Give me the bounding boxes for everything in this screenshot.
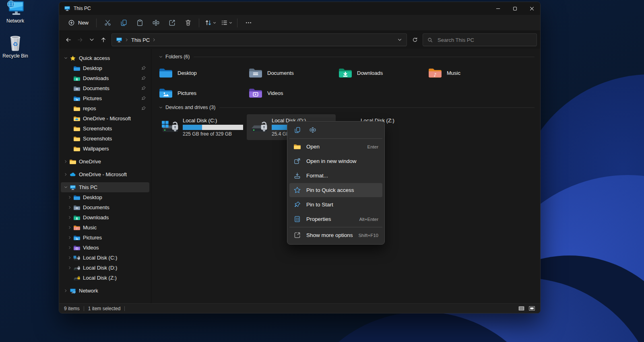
menu-item-format[interactable]: Format... xyxy=(289,169,382,183)
menu-item-open[interactable]: OpenEnter xyxy=(289,140,382,154)
chevron-right-icon[interactable] xyxy=(66,215,73,220)
delete-button[interactable] xyxy=(180,16,196,30)
rename-button[interactable] xyxy=(307,124,319,135)
sidebar-item-wallpapers[interactable]: Wallpapers xyxy=(61,144,149,154)
rename-button[interactable] xyxy=(148,16,164,30)
menu-item-pin-to-start[interactable]: Pin to Start xyxy=(289,198,382,212)
chevron-down-icon[interactable] xyxy=(62,185,69,190)
desktop-icon-recycle-bin[interactable]: ♻Recycle Bin xyxy=(1,34,30,59)
properties-icon xyxy=(293,215,301,223)
chevron-right-icon[interactable] xyxy=(62,159,69,164)
breadcrumb-location[interactable]: This PC xyxy=(131,37,150,43)
section-title: Devices and drives (3) xyxy=(165,105,215,110)
collapse-section-icon[interactable] xyxy=(158,105,163,110)
drive-tile-local-disk-c[interactable]: Local Disk (C:)225 GB free of 329 GB xyxy=(158,114,247,140)
copy-button[interactable] xyxy=(116,16,132,30)
chevron-right-icon[interactable] xyxy=(66,245,73,250)
search-box[interactable] xyxy=(423,33,537,46)
new-button[interactable]: New xyxy=(63,17,93,29)
maximize-button[interactable] xyxy=(506,2,523,15)
sidebar-item-label: Screenshots xyxy=(83,126,112,132)
menu-item-show-more-options[interactable]: Show more optionsShift+F10 xyxy=(289,228,382,242)
folder-documents-icon xyxy=(248,67,263,79)
chevron-right-icon[interactable] xyxy=(66,225,73,230)
sidebar-item-documents[interactable]: Documents xyxy=(61,83,149,93)
svg-text:♪: ♪ xyxy=(76,227,78,230)
address-dropdown-icon[interactable] xyxy=(397,37,402,43)
copy-button[interactable] xyxy=(291,124,303,135)
sidebar-item-local-disk-d[interactable]: Local Disk (D:) xyxy=(61,263,149,273)
sidebar-item-repos[interactable]: repos xyxy=(61,103,149,113)
chevron-right-icon[interactable] xyxy=(66,235,73,240)
sidebar-item-label: Local Disk (Z:) xyxy=(83,275,117,281)
sidebar-item-label: Downloads xyxy=(83,214,109,220)
menu-item-open-in-new-window[interactable]: Open in new window xyxy=(289,154,382,168)
sidebar-item-local-disk-z[interactable]: Local Disk (Z:) xyxy=(61,273,149,283)
chevron-right-icon[interactable] xyxy=(66,255,73,260)
sidebar-item-screenshots[interactable]: Screenshots xyxy=(61,124,149,134)
search-input[interactable] xyxy=(437,37,533,43)
sidebar-item-pictures[interactable]: Pictures xyxy=(61,233,149,243)
back-button[interactable] xyxy=(62,34,74,46)
minimize-button[interactable] xyxy=(489,2,506,15)
recycle-bin-icon: ♻ xyxy=(7,34,24,52)
sidebar-item-screenshots[interactable]: Screenshots xyxy=(61,134,149,144)
paste-button[interactable] xyxy=(132,16,148,30)
chevron-right-icon[interactable] xyxy=(66,195,73,200)
chevron-right-icon[interactable] xyxy=(66,205,73,210)
chevron-down-icon[interactable] xyxy=(62,56,69,60)
menu-item-pin-to-quick-access[interactable]: Pin to Quick access xyxy=(289,183,382,197)
chevron-right-icon[interactable] xyxy=(62,172,69,177)
sidebar-item-downloads[interactable]: Downloads xyxy=(61,73,149,83)
sidebar-item-label: Desktop xyxy=(83,194,102,200)
chevron-right-icon[interactable] xyxy=(152,37,157,42)
folder-tile-pictures[interactable]: Pictures xyxy=(158,83,248,103)
sidebar-item-pictures[interactable]: Pictures xyxy=(61,93,149,103)
section-header-folders: Folders (6) xyxy=(158,52,540,61)
sidebar-item-music[interactable]: ♪Music xyxy=(61,223,149,233)
sidebar-item-videos[interactable]: Videos xyxy=(61,243,149,253)
sidebar-item-onedrive[interactable]: OneDrive xyxy=(61,157,149,167)
network-icon xyxy=(69,288,76,294)
up-button[interactable] xyxy=(97,34,109,46)
sidebar-item-onedrive-microsoft[interactable]: OneDrive - Microsoft xyxy=(61,113,149,124)
view-button[interactable] xyxy=(218,16,234,30)
folder-tile-music[interactable]: ♪Music xyxy=(427,63,517,83)
sidebar-item-quick-access[interactable]: Quick access xyxy=(61,53,149,63)
cut-button[interactable] xyxy=(99,16,116,30)
recent-locations-button[interactable] xyxy=(86,34,97,46)
sidebar-item-desktop[interactable]: Desktop xyxy=(61,63,149,73)
chevron-right-icon[interactable] xyxy=(66,266,73,270)
sidebar-item-desktop[interactable]: Desktop xyxy=(61,192,149,202)
sidebar-item-downloads[interactable]: Downloads xyxy=(61,212,149,223)
context-menu-quick-actions xyxy=(289,123,383,138)
collapse-section-icon[interactable] xyxy=(158,54,163,60)
folder-icon xyxy=(73,136,80,142)
sidebar-item-documents[interactable]: Documents xyxy=(61,202,149,212)
forward-button[interactable] xyxy=(74,34,86,46)
sidebar-item-local-disk-c[interactable]: Local Disk (C:) xyxy=(61,253,149,263)
details-view-button[interactable] xyxy=(518,305,525,312)
sidebar-item-onedrive-microsoft[interactable]: OneDrive - Microsoft xyxy=(61,169,149,179)
close-button[interactable] xyxy=(523,2,540,15)
section-title: Folders (6) xyxy=(165,54,190,60)
large-icons-view-button[interactable] xyxy=(528,305,535,312)
address-breadcrumb[interactable]: This PC xyxy=(111,33,407,46)
desktop-icon-network[interactable]: Network xyxy=(1,0,30,24)
this-pc-icon xyxy=(116,37,122,43)
star-icon xyxy=(69,55,76,62)
new-button-label: New xyxy=(78,20,89,26)
folder-tile-documents[interactable]: Documents xyxy=(248,63,337,83)
command-bar: New xyxy=(59,15,540,31)
sort-button[interactable] xyxy=(202,16,218,30)
chevron-right-icon[interactable] xyxy=(62,288,69,293)
sidebar-item-this-pc[interactable]: This PC xyxy=(61,182,149,192)
see-more-button[interactable] xyxy=(240,16,256,30)
refresh-button[interactable] xyxy=(409,34,421,46)
folder-tile-downloads[interactable]: Downloads xyxy=(337,63,427,83)
sidebar-item-network[interactable]: Network xyxy=(61,286,149,296)
menu-item-properties[interactable]: PropertiesAlt+Enter xyxy=(289,212,382,226)
folder-tile-desktop[interactable]: Desktop xyxy=(158,63,248,83)
share-button[interactable] xyxy=(164,16,180,30)
folder-tile-videos[interactable]: Videos xyxy=(248,83,337,103)
